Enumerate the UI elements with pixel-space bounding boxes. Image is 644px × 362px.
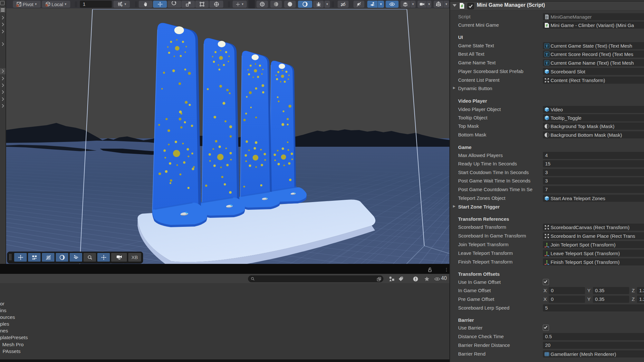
svg-text:T: T	[545, 44, 548, 48]
svg-text:Y: Y	[120, 4, 123, 7]
svg-text:T: T	[545, 52, 548, 57]
svg-text:#: #	[546, 23, 548, 27]
svg-text:#: #	[461, 4, 463, 8]
svg-text:T: T	[545, 61, 548, 65]
